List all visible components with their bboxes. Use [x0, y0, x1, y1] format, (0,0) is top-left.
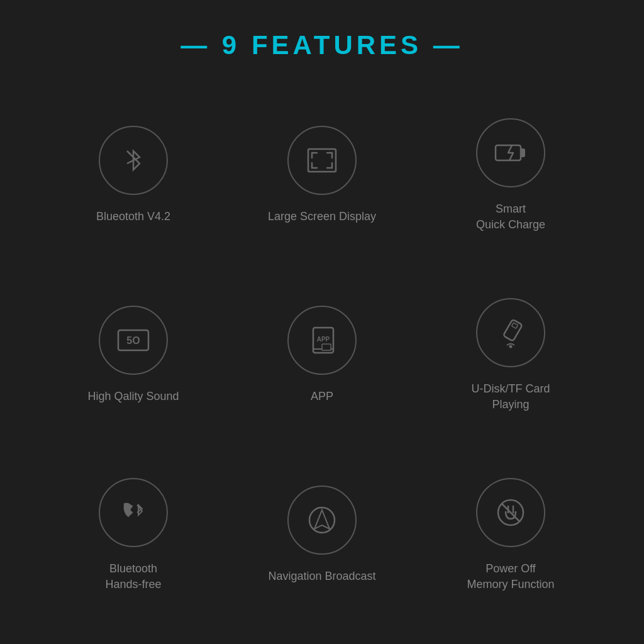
hq-sound-icon: 5O: [114, 321, 152, 359]
power-memory-icon: [492, 494, 530, 531]
app-label: APP: [311, 389, 333, 404]
svg-rect-2: [521, 149, 525, 157]
bluetooth-label: Blueototh V4.2: [96, 209, 170, 225]
bluetooth-icon: [114, 142, 152, 179]
power-memory-icon-circle: [476, 478, 545, 547]
feature-bt-handsfree: BluetoothHands-free: [39, 445, 228, 625]
bt-handsfree-label: BluetoothHands-free: [105, 561, 161, 592]
hq-sound-icon-circle: 5O: [99, 306, 168, 375]
svg-point-11: [510, 345, 512, 347]
large-screen-icon-circle: [287, 126, 357, 195]
udisk-label: U-Disk/TF CardPlaying: [472, 381, 550, 413]
feature-navigation: Navigation Broadcast: [228, 445, 416, 625]
feature-bluetooth: Blueototh V4.2: [39, 86, 228, 265]
page-title: — 9 FEATURES —: [180, 30, 464, 60]
features-grid: Blueototh V4.2 Large Screen Display Smar…: [39, 86, 605, 644]
svg-rect-9: [503, 319, 523, 341]
feature-hq-sound: 5O High Qality Sound: [39, 265, 228, 445]
feature-power-memory: Power OffMemory Function: [416, 445, 605, 625]
navigation-icon: [303, 501, 341, 539]
quick-charge-icon: [492, 134, 530, 172]
feature-quick-charge: SmartQuick Charge: [416, 86, 605, 265]
svg-text:5O: 5O: [126, 335, 140, 346]
large-screen-label: Large Screen Display: [268, 209, 376, 225]
svg-text:APP: APP: [317, 336, 330, 343]
navigation-label: Navigation Broadcast: [268, 569, 375, 584]
large-screen-icon: [303, 142, 341, 179]
udisk-icon: [492, 314, 530, 352]
hq-sound-label: High Qality Sound: [87, 389, 179, 404]
feature-large-screen: Large Screen Display: [228, 86, 416, 265]
quick-charge-icon-circle: [476, 118, 545, 187]
svg-rect-8: [322, 344, 331, 350]
bt-handsfree-icon-circle: [99, 478, 168, 547]
bluetooth-icon-circle: [99, 126, 168, 195]
udisk-icon-circle: [476, 298, 545, 367]
svg-marker-13: [314, 510, 330, 529]
bt-handsfree-icon: [114, 494, 152, 531]
power-memory-label: Power OffMemory Function: [467, 561, 554, 592]
navigation-icon-circle: [287, 486, 357, 555]
svg-rect-10: [512, 323, 518, 328]
quick-charge-label: SmartQuick Charge: [476, 201, 545, 233]
app-icon: APP: [303, 321, 341, 359]
feature-udisk: U-Disk/TF CardPlaying: [416, 265, 605, 445]
app-icon-circle: APP: [287, 306, 357, 375]
feature-app: APP APP: [228, 265, 416, 445]
